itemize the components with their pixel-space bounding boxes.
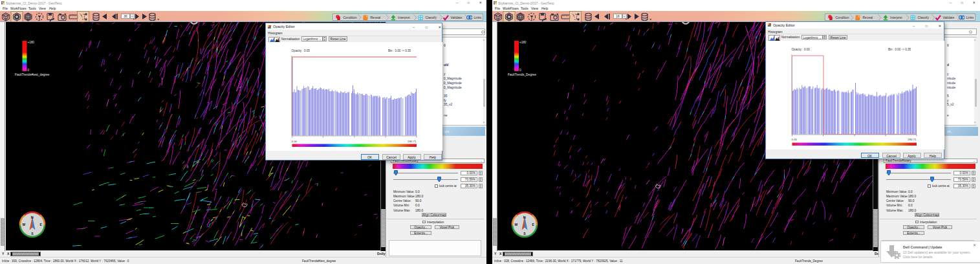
svg-text:+180: +180: [28, 41, 35, 44]
svg-text:W: W: [23, 223, 26, 226]
svg-text:FaultTrends_Degree: FaultTrends_Degree: [508, 73, 536, 76]
svg-text:W: W: [515, 223, 518, 226]
svg-text:FaultTrends#test_degree: FaultTrends#test_degree: [15, 73, 50, 76]
svg-text:0: 0: [519, 69, 521, 72]
svg-text:N: N: [31, 215, 34, 219]
svg-text:N: N: [523, 215, 526, 219]
svg-text:0: 0: [28, 69, 30, 72]
svg-text:+180: +180: [519, 41, 527, 44]
